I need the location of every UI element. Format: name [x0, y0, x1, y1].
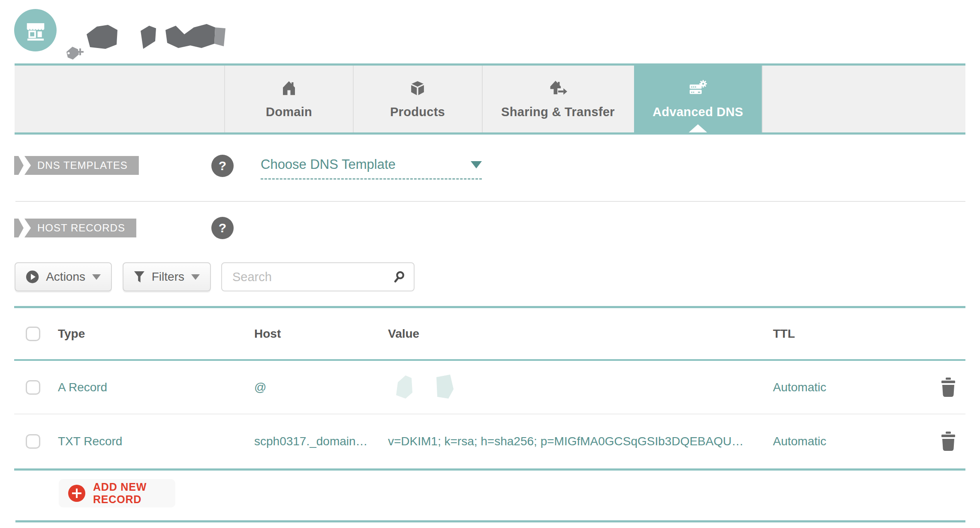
record-host[interactable]: scph0317._domain… [254, 435, 368, 448]
funnel-icon [134, 270, 145, 283]
record-value[interactable]: v=DKIM1; k=rsa; h=sha256; p=MIGfMA0GCSqG… [388, 435, 743, 448]
server-gear-icon [688, 79, 708, 97]
tag-plus-icon[interactable] [65, 45, 84, 63]
dns-templates-section: DNS TEMPLATES [14, 156, 139, 175]
filters-label: Filters [152, 270, 184, 284]
house-arrow-icon [548, 79, 568, 97]
badge-label: DNS TEMPLATES [24, 156, 139, 175]
delete-record-button[interactable] [940, 361, 956, 414]
redacted-domain-name [64, 16, 236, 52]
dns-templates-help-icon[interactable]: ? [211, 155, 234, 177]
plus-circle-icon [68, 485, 85, 502]
chevron-down-icon [471, 161, 482, 168]
record-type[interactable]: A Record [58, 381, 107, 394]
tab-label: Advanced DNS [652, 105, 743, 119]
badge-label: HOST RECORDS [24, 219, 136, 237]
box-icon [409, 79, 427, 97]
select-all-checkbox[interactable] [26, 327, 40, 341]
actions-button[interactable]: Actions [15, 262, 112, 291]
column-header-host: Host [254, 327, 281, 341]
tab-products[interactable]: Products [354, 66, 481, 132]
record-host[interactable]: @ [254, 381, 266, 394]
tab-label: Sharing & Transfer [501, 105, 615, 119]
tab-advanced-dns[interactable]: Advanced DNS [634, 66, 762, 132]
table-bottom-border [14, 468, 965, 471]
search-box [221, 262, 415, 291]
tabbar-bottom-border [15, 132, 965, 135]
record-value-redacted[interactable] [394, 361, 462, 414]
badge-arrow-icon [14, 156, 24, 175]
search-icon[interactable] [394, 269, 405, 285]
delete-record-button[interactable] [940, 414, 956, 468]
play-circle-icon [26, 270, 39, 284]
record-row-a: A Record @ Automatic [14, 361, 965, 414]
column-header-type: Type [58, 327, 85, 341]
host-records-help-icon[interactable]: ? [211, 217, 234, 239]
record-ttl[interactable]: Automatic [773, 435, 827, 448]
dns-template-dropdown-label: Choose DNS Template [261, 157, 396, 172]
account-avatar[interactable] [14, 9, 57, 51]
column-header-ttl: TTL [773, 327, 795, 341]
redacted-value-blobs [394, 374, 462, 401]
filters-button[interactable]: Filters [123, 262, 211, 291]
badge-arrow-icon [14, 219, 24, 237]
row-checkbox[interactable] [26, 380, 40, 395]
page-bottom-border [15, 520, 965, 522]
trash-icon [940, 378, 956, 397]
dns-template-dropdown[interactable]: Choose DNS Template [261, 157, 482, 180]
chevron-down-icon [92, 274, 101, 280]
host-records-badge: HOST RECORDS [14, 219, 136, 237]
add-new-record-label: ADD NEW RECORD [93, 481, 166, 506]
chevron-down-icon [191, 274, 200, 280]
search-input[interactable] [232, 270, 394, 284]
house-icon [280, 79, 298, 97]
record-ttl[interactable]: Automatic [773, 381, 827, 394]
row-checkbox[interactable] [26, 434, 40, 449]
tab-sharing-transfer[interactable]: Sharing & Transfer [483, 66, 633, 132]
add-new-record-button[interactable]: ADD NEW RECORD [59, 479, 175, 507]
tabbar-strip: Domain Products Sharing & [15, 66, 965, 132]
storefront-icon [24, 19, 47, 42]
actions-label: Actions [46, 270, 85, 284]
trash-icon [940, 432, 956, 451]
dns-templates-badge: DNS TEMPLATES [14, 156, 139, 175]
tab-label: Products [390, 105, 445, 119]
tab-domain[interactable]: Domain [225, 66, 353, 132]
column-header-value: Value [388, 327, 419, 341]
record-row-txt: TXT Record scph0317._domain… v=DKIM1; k=… [14, 414, 965, 468]
host-records-section: HOST RECORDS [14, 219, 136, 237]
tab-label: Domain [266, 105, 312, 119]
section-divider [15, 201, 965, 202]
domain-tabbar: Domain Products Sharing & [15, 63, 965, 135]
table-header-row: Type Host Value TTL [14, 308, 965, 359]
record-type[interactable]: TXT Record [58, 435, 122, 448]
